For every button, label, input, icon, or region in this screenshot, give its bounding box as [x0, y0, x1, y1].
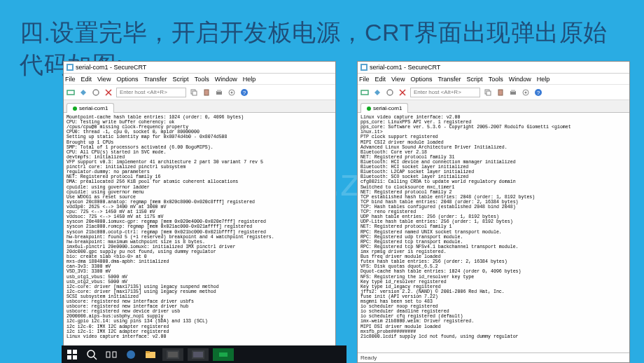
- window-titlebar: serial-com1 - SecureCRT: [64, 62, 335, 74]
- svg-point-27: [525, 91, 527, 93]
- tab-bar: serial-com1: [64, 100, 335, 113]
- svg-rect-25: [511, 90, 515, 92]
- menu-view[interactable]: View: [97, 76, 111, 83]
- app-icon: [360, 64, 368, 71]
- toolbar-quick-connect-icon[interactable]: [78, 88, 88, 97]
- toolbar-reconnect-icon[interactable]: [91, 88, 101, 97]
- svg-rect-1: [68, 65, 72, 69]
- app-icon: [66, 64, 74, 71]
- svg-rect-36: [106, 352, 110, 357]
- svg-rect-8: [204, 90, 209, 95]
- menu-tools[interactable]: Tools: [195, 76, 209, 83]
- svg-point-34: [88, 350, 94, 357]
- menu-tools[interactable]: Tools: [489, 76, 503, 83]
- menu-window[interactable]: Window: [215, 76, 237, 83]
- windows-taskbar: [62, 345, 346, 363]
- toolbar-disconnect-icon[interactable]: [104, 88, 113, 97]
- svg-point-38: [127, 350, 135, 359]
- menu-transfer[interactable]: Transfer: [144, 76, 167, 83]
- toolbar: Enter host <Alt+R> ?: [358, 85, 629, 100]
- menu-help[interactable]: Help: [537, 76, 550, 83]
- toolbar-copy-icon[interactable]: [189, 88, 199, 97]
- file-explorer-icon[interactable]: [143, 347, 158, 362]
- toolbar-disconnect-icon[interactable]: [398, 88, 407, 97]
- toolbar-quick-connect-icon[interactable]: [372, 88, 382, 97]
- start-button-icon[interactable]: [64, 347, 80, 362]
- search-icon[interactable]: [84, 347, 99, 362]
- svg-rect-46: [219, 352, 227, 357]
- toolbar-connect-icon[interactable]: [360, 88, 370, 97]
- menu-transfer[interactable]: Transfer: [438, 76, 461, 83]
- menu-window[interactable]: Window: [509, 76, 531, 83]
- menu-edit[interactable]: Edit: [375, 76, 386, 83]
- window-title-text: serial-com1 - SecureCRT: [76, 64, 146, 71]
- toolbar-print-icon[interactable]: [508, 88, 518, 97]
- session-tab[interactable]: serial-com1: [66, 103, 114, 113]
- toolbar-help-icon[interactable]: ?: [239, 88, 249, 97]
- menu-script[interactable]: Script: [173, 76, 189, 83]
- menubar[interactable]: File Edit View Options Transfer Script T…: [64, 74, 335, 85]
- toolbar-copy-icon[interactable]: [483, 88, 493, 97]
- host-input[interactable]: Enter host <Alt+R>: [410, 88, 480, 97]
- svg-rect-30: [67, 350, 71, 354]
- menu-options[interactable]: Options: [410, 76, 432, 83]
- toolbar-options-icon[interactable]: [227, 88, 237, 97]
- status-dot-icon: [367, 107, 371, 111]
- menu-help[interactable]: Help: [243, 76, 256, 83]
- svg-text:?: ?: [537, 90, 540, 96]
- securecrt-window-right: serial-com1 - SecureCRT File Edit View O…: [357, 61, 630, 363]
- tab-label: serial-com1: [373, 105, 402, 111]
- menu-script[interactable]: Script: [467, 76, 483, 83]
- svg-rect-33: [73, 355, 77, 359]
- status-bar: Ready: [358, 352, 629, 362]
- svg-rect-7: [192, 91, 197, 95]
- session-tab[interactable]: serial-com1: [360, 103, 408, 113]
- menu-file[interactable]: File: [359, 76, 370, 83]
- toolbar-reconnect-icon[interactable]: [385, 88, 395, 97]
- taskbar-app-3[interactable]: [213, 348, 234, 361]
- svg-text:?: ?: [243, 90, 246, 96]
- svg-line-35: [94, 357, 97, 359]
- edge-icon[interactable]: [123, 347, 139, 362]
- svg-rect-42: [168, 352, 178, 357]
- svg-rect-2: [67, 90, 74, 95]
- menubar[interactable]: File Edit View Options Transfer Script T…: [358, 74, 629, 85]
- menu-options[interactable]: Options: [116, 76, 138, 83]
- toolbar-paste-icon[interactable]: [202, 88, 211, 97]
- svg-rect-22: [486, 91, 491, 95]
- host-input[interactable]: Enter host <Alt+R>: [116, 88, 186, 97]
- taskbar-app-1[interactable]: [162, 348, 183, 361]
- task-view-icon[interactable]: [104, 347, 119, 362]
- svg-rect-16: [362, 65, 366, 69]
- window-titlebar: serial-com1 - SecureCRT: [358, 62, 629, 74]
- toolbar-print-icon[interactable]: [214, 88, 224, 97]
- menu-edit[interactable]: Edit: [81, 76, 92, 83]
- svg-rect-32: [67, 355, 71, 359]
- terminal-output[interactable]: Mountpoint-cache hash table entries: 102…: [64, 113, 335, 352]
- svg-rect-17: [361, 90, 368, 95]
- taskbar-app-2[interactable]: [188, 348, 209, 361]
- svg-rect-10: [217, 90, 221, 92]
- svg-point-3: [93, 90, 99, 95]
- toolbar-options-icon[interactable]: [521, 88, 531, 97]
- tab-label: serial-com1: [79, 105, 108, 111]
- toolbar-connect-icon[interactable]: [66, 88, 76, 97]
- toolbar: Enter host <Alt+R> ?: [64, 85, 335, 100]
- svg-point-12: [231, 91, 233, 93]
- svg-rect-37: [113, 352, 116, 357]
- svg-rect-23: [498, 90, 503, 95]
- status-dot-icon: [73, 107, 77, 111]
- toolbar-paste-icon[interactable]: [496, 88, 505, 97]
- svg-rect-40: [146, 351, 150, 353]
- svg-point-18: [387, 90, 393, 95]
- menu-view[interactable]: View: [391, 76, 405, 83]
- menu-file[interactable]: File: [65, 76, 76, 83]
- svg-rect-31: [73, 350, 77, 354]
- terminal-output[interactable]: Linux video capture interface: v2.00 pps…: [358, 113, 629, 352]
- window-title-text: serial-com1 - SecureCRT: [370, 64, 440, 71]
- toolbar-help-icon[interactable]: ?: [533, 88, 543, 97]
- svg-rect-44: [193, 352, 203, 357]
- securecrt-window-left: serial-com1 - SecureCRT File Edit View O…: [63, 61, 336, 363]
- tab-bar: serial-com1: [358, 100, 629, 113]
